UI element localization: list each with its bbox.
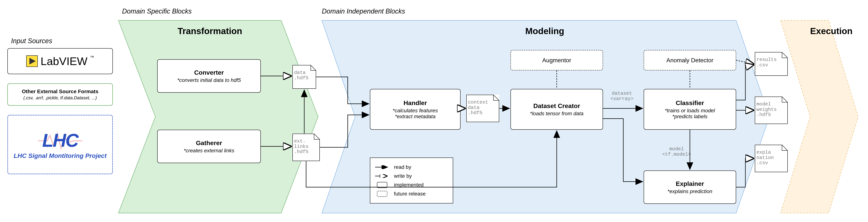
transformation-title: Transformation [178,26,242,36]
lhc-logo: LHC [42,130,78,151]
lhc-project-label: LHC Signal Montitoring Project [14,152,106,159]
gatherer-block: Gatherer *creates external links [157,130,261,163]
anomaly-detector-block: Anomaly Detector [644,50,736,71]
explainer-desc: *explains prediction [668,189,712,194]
dataset-creator-block: Dataset Creator *loads tensor from data [510,89,603,130]
svg-marker-2 [780,20,858,213]
lhc-source: LHC LHC Signal Montitoring Project [7,115,113,174]
gatherer-title: Gatherer [196,139,222,146]
pipeline-diagram: Input Sources Domain Specific Blocks Dom… [4,4,864,218]
labview-source: LabVIEW ™ [7,48,113,74]
trademark-icon: ™ [90,55,94,60]
other-formats-source: Other External Source Formats (.csv, .ar… [7,83,113,106]
handler-desc2: *extract metadata [395,114,435,119]
model-edge-label: model<tf.model> [662,146,691,157]
classifier-block: Classifier *trains or loads model *predi… [644,89,736,130]
legend-future: future release [375,191,448,197]
explanation-csv-file: explanation.csv [755,144,788,172]
legend-read-by: read by [375,164,448,170]
dataset-creator-desc: *loads tensor from data [530,111,584,116]
legend: read by write by implemented future rele… [370,158,453,203]
gatherer-desc: *creates external links [184,148,234,154]
dataset-edge-label: dataset<xarray> [610,91,633,101]
classifier-desc1: *trains or loads model [665,108,715,114]
legend-implemented: implemented [375,182,448,188]
explainer-block: Explainer *explains prediction [644,170,736,204]
handler-title: Handler [404,99,427,107]
anomaly-detector-title: Anomaly Detector [666,57,713,64]
svg-marker-0 [118,20,318,213]
model-weights-file: modelweights.hdf5 [755,96,788,124]
classifier-desc2: *predicts labels [672,114,708,119]
converter-desc: *converts initial data to hdf5 [177,77,241,83]
modeling-title: Modeling [525,26,564,36]
other-formats-list: (.csv, .arrf, .pickle, tf.data.Dataset, … [23,95,97,101]
execution-title: Execution [810,26,852,36]
handler-block: Handler *calculates features *extract me… [370,89,461,130]
handler-desc1: *calculates features [393,108,438,114]
transformation-chevron [115,17,322,217]
context-data-file: contextdata.hdf5 [466,94,499,122]
augmentor-title: Augmentor [542,57,571,64]
labview-label: LabVIEW [40,55,87,67]
ext-links-file: ext.links.hdf5 [292,133,320,161]
input-sources-label: Input Sources [11,37,52,45]
other-formats-title: Other External Source Formats [22,89,98,94]
legend-write-by: write by [375,173,448,179]
explainer-title: Explainer [676,180,704,187]
classifier-title: Classifier [676,99,704,107]
augmentor-block: Augmentor [510,50,603,71]
play-icon [26,55,38,67]
execution-chevron [777,17,862,217]
data-hdf5-file: data.hdf5 [292,65,316,89]
domain-independent-label: Domain Independent Blocks [322,7,405,15]
converter-block: Converter *converts initial data to hdf5 [157,59,261,93]
results-csv-file: results.csv [755,52,788,76]
domain-specific-label: Domain Specific Blocks [122,7,192,15]
dataset-creator-title: Dataset Creator [533,102,580,110]
converter-title: Converter [194,69,224,76]
